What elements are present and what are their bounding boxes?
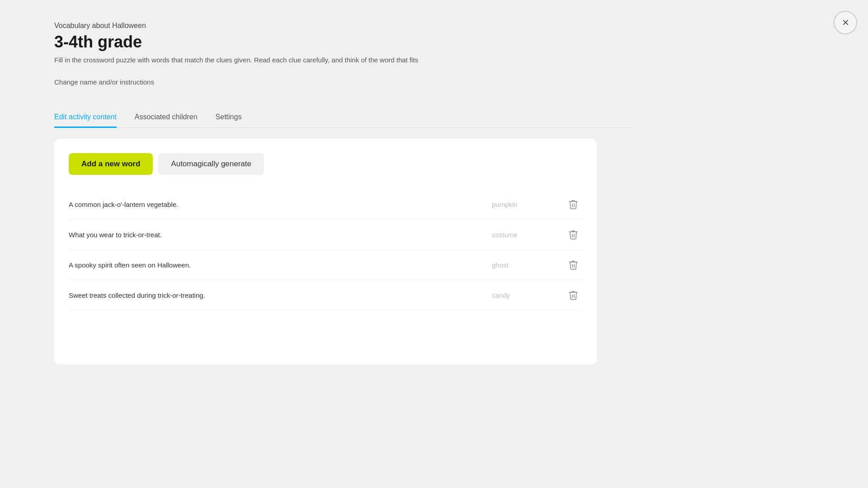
table-row: A common jack-o'-lantern vegetable. pump… xyxy=(69,189,582,220)
activity-description: Fill in the crossword puzzle with words … xyxy=(54,56,461,64)
tab-settings[interactable]: Settings xyxy=(216,108,242,128)
word-answer: costume xyxy=(492,231,564,239)
activity-title: 3-4th grade xyxy=(54,33,633,52)
automagic-button[interactable]: Automagically generate xyxy=(158,153,264,175)
close-button[interactable]: ✕ xyxy=(834,11,857,34)
activity-subtitle: Vocabulary about Halloween xyxy=(54,22,633,30)
table-row: Sweet treats collected during trick-or-t… xyxy=(69,280,582,310)
trash-icon xyxy=(569,230,578,239)
word-list: A common jack-o'-lantern vegetable. pump… xyxy=(69,189,582,310)
table-row: A spooky spirit often seen on Halloween.… xyxy=(69,250,582,280)
delete-word-button[interactable] xyxy=(564,230,582,239)
change-name-link[interactable]: Change name and/or instructions xyxy=(54,78,154,86)
trash-icon xyxy=(569,260,578,270)
tab-edit-activity[interactable]: Edit activity content xyxy=(54,108,117,128)
delete-word-button[interactable] xyxy=(564,199,582,209)
word-answer: candy xyxy=(492,291,564,299)
add-word-button[interactable]: Add a new word xyxy=(69,153,153,175)
page-container: Vocabulary about Halloween 3-4th grade F… xyxy=(0,0,633,365)
word-clue: A common jack-o'-lantern vegetable. xyxy=(69,201,492,208)
delete-word-button[interactable] xyxy=(564,290,582,300)
tab-associated-children[interactable]: Associated children xyxy=(135,108,198,128)
trash-icon xyxy=(569,199,578,209)
action-buttons: Add a new word Automagically generate xyxy=(69,153,582,175)
delete-word-button[interactable] xyxy=(564,260,582,270)
word-answer: pumpkin xyxy=(492,201,564,208)
tabs-container: Edit activity content Associated childre… xyxy=(54,108,633,128)
close-icon: ✕ xyxy=(842,17,849,28)
word-clue: Sweet treats collected during trick-or-t… xyxy=(69,291,492,299)
trash-icon xyxy=(569,290,578,300)
word-answer: ghost xyxy=(492,261,564,269)
word-clue: A spooky spirit often seen on Halloween. xyxy=(69,261,492,269)
word-clue: What you wear to trick-or-treat. xyxy=(69,231,492,239)
table-row: What you wear to trick-or-treat. costume xyxy=(69,220,582,250)
content-card: Add a new word Automagically generate A … xyxy=(54,139,597,365)
